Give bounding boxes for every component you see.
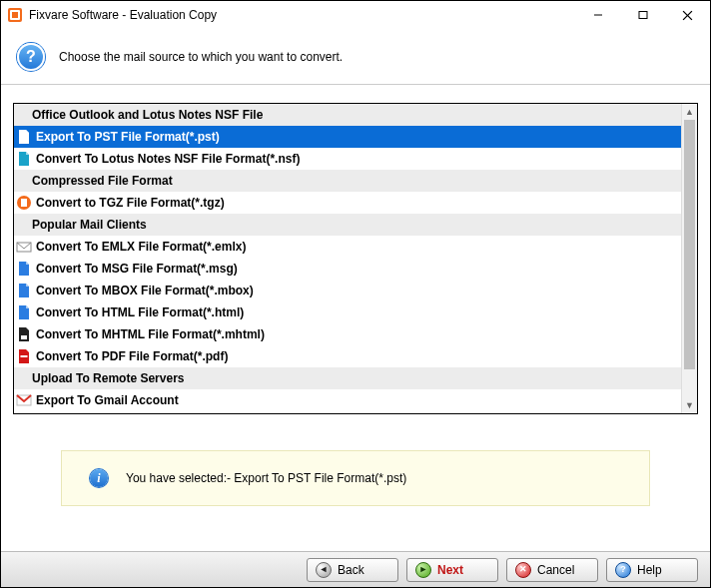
scroll-thumb[interactable] — [684, 120, 695, 369]
list-item[interactable]: Convert To MHTML File Format(*.mhtml) — [14, 323, 681, 345]
svg-rect-10 — [21, 335, 27, 339]
back-button[interactable]: ◄ Back — [307, 558, 398, 582]
list-section-label: Popular Mail Clients — [32, 218, 147, 232]
emlx-icon — [16, 239, 32, 255]
info-icon: i — [90, 469, 108, 487]
list-item-label: Convert to TGZ File Format(*.tgz) — [36, 196, 225, 210]
help-button[interactable]: ? Help — [606, 558, 698, 582]
list-item-label: Convert To PDF File Format(*.pdf) — [36, 349, 228, 363]
gmail-icon — [16, 392, 32, 408]
minimize-button[interactable] — [575, 1, 620, 29]
svg-rect-2 — [12, 12, 18, 18]
list-item-label: Convert To MHTML File Format(*.mhtml) — [36, 327, 265, 341]
list-item-label: Convert To MBOX File Format(*.mbox) — [36, 284, 254, 297]
scroll-track[interactable] — [682, 120, 697, 397]
cancel-button[interactable]: ✕ Cancel — [506, 558, 598, 582]
list-section-header: Upload To Remote Servers — [14, 367, 681, 389]
list-item-label: Convert To EMLX File Format(*.emlx) — [36, 240, 246, 254]
list-item[interactable]: Convert To HTML File Format(*.html) — [14, 301, 681, 323]
format-list[interactable]: Office Outlook and Lotus Notes NSF FileE… — [14, 104, 681, 413]
mbox-icon — [16, 283, 32, 298]
lotus-icon — [16, 151, 32, 167]
list-item-label: Convert To MSG File Format(*.msg) — [36, 262, 238, 276]
scroll-down-icon[interactable]: ▼ — [682, 397, 697, 413]
outlook-icon — [16, 129, 32, 145]
selection-message: You have selected:- Export To PST File F… — [126, 471, 406, 485]
list-section-label: Upload To Remote Servers — [32, 371, 184, 385]
cancel-button-label: Cancel — [537, 563, 574, 577]
list-item[interactable]: Convert to TGZ File Format(*.tgz) — [14, 192, 681, 214]
list-section-header: Office Outlook and Lotus Notes NSF File — [14, 104, 681, 126]
list-item-label: Convert To Lotus Notes NSF File Format(*… — [36, 152, 300, 166]
pdf-icon — [16, 348, 32, 364]
scroll-up-icon[interactable]: ▲ — [682, 104, 697, 120]
window-title: Fixvare Software - Evaluation Copy — [29, 8, 217, 22]
cancel-icon: ✕ — [515, 562, 531, 578]
window-controls — [575, 1, 710, 29]
next-arrow-icon: ► — [415, 562, 431, 578]
help-icon: ? — [615, 562, 631, 578]
list-section-label: Compressed File Format — [32, 174, 173, 188]
svg-rect-4 — [639, 12, 647, 19]
titlebar: Fixvare Software - Evaluation Copy — [1, 1, 710, 29]
list-item[interactable]: Convert To MBOX File Format(*.mbox) — [14, 280, 681, 301]
list-item-label: Export To PST File Format(*.pst) — [36, 130, 220, 144]
next-button[interactable]: ► Next — [406, 558, 498, 582]
list-item-label: Convert To HTML File Format(*.html) — [36, 305, 244, 319]
svg-rect-11 — [21, 355, 28, 357]
mhtml-icon — [16, 326, 32, 342]
close-button[interactable] — [665, 1, 710, 29]
tgz-icon — [16, 195, 32, 211]
list-section-label: Office Outlook and Lotus Notes NSF File — [32, 108, 263, 122]
back-arrow-icon: ◄ — [316, 562, 332, 578]
format-list-container: Office Outlook and Lotus Notes NSF FileE… — [13, 103, 698, 414]
list-item[interactable]: Export To PST File Format(*.pst) — [14, 126, 681, 148]
app-icon — [7, 7, 23, 23]
selection-info-bar: i You have selected:- Export To PST File… — [61, 450, 650, 506]
button-bar: ◄ Back ► Next ✕ Cancel ? Help — [1, 551, 710, 587]
list-item-label: Export To Gmail Account — [36, 393, 179, 407]
back-button-label: Back — [338, 563, 364, 577]
list-section-header: Popular Mail Clients — [14, 214, 681, 236]
svg-rect-8 — [21, 199, 27, 207]
msg-icon — [16, 261, 32, 277]
scrollbar[interactable]: ▲ ▼ — [681, 104, 697, 413]
list-item[interactable]: Convert To PDF File Format(*.pdf) — [14, 345, 681, 367]
next-button-label: Next — [437, 563, 463, 577]
help-button-label: Help — [637, 563, 662, 577]
list-item[interactable]: Export To Gmail Account — [14, 389, 681, 411]
maximize-button[interactable] — [620, 1, 665, 29]
html-icon — [16, 304, 32, 320]
list-item[interactable]: Convert To EMLX File Format(*.emlx) — [14, 236, 681, 258]
list-item[interactable]: Convert To Lotus Notes NSF File Format(*… — [14, 148, 681, 170]
list-section-header: Compressed File Format — [14, 170, 681, 192]
question-icon: ? — [17, 43, 45, 71]
header-prompt: Choose the mail source to which you want… — [59, 50, 343, 64]
list-item[interactable]: Convert To MSG File Format(*.msg) — [14, 258, 681, 280]
header: ? Choose the mail source to which you wa… — [1, 29, 710, 85]
